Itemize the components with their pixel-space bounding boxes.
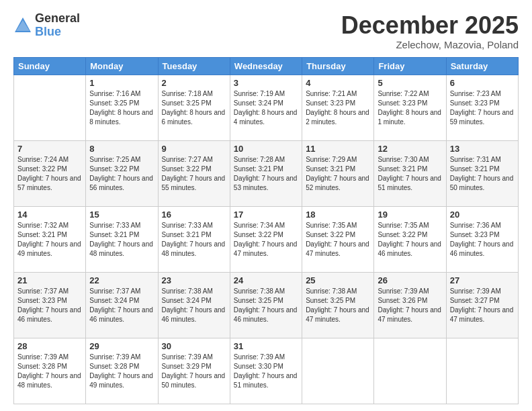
day-number: 26 xyxy=(378,275,442,285)
day-number: 28 xyxy=(17,341,82,351)
day-info: Sunrise: 7:37 AM Sunset: 3:24 PM Dayligh… xyxy=(89,287,154,324)
day-number: 10 xyxy=(234,144,298,154)
daylight-text: Daylight: 8 hours and 8 minutes. xyxy=(89,109,153,126)
logo-text: General Blue xyxy=(35,12,80,39)
day-number: 22 xyxy=(89,275,154,285)
day-info: Sunrise: 7:33 AM Sunset: 3:21 PM Dayligh… xyxy=(162,221,226,259)
header-thursday: Thursday xyxy=(302,57,374,75)
header-monday: Monday xyxy=(86,57,158,75)
day-info: Sunrise: 7:22 AM Sunset: 3:23 PM Dayligh… xyxy=(378,89,442,127)
day-number: 4 xyxy=(306,78,370,88)
day-number: 9 xyxy=(162,144,226,154)
table-row: 31 Sunrise: 7:39 AM Sunset: 3:30 PM Dayl… xyxy=(230,338,302,404)
day-number: 14 xyxy=(17,210,82,220)
daylight-text: Daylight: 7 hours and 56 minutes. xyxy=(89,175,153,191)
daylight-text: Daylight: 7 hours and 47 minutes. xyxy=(234,240,298,257)
title-section: December 2025 Zelechow, Mazovia, Poland xyxy=(341,12,519,50)
day-info: Sunrise: 7:38 AM Sunset: 3:25 PM Dayligh… xyxy=(234,287,298,324)
sunset-text: Sunset: 3:24 PM xyxy=(89,297,139,304)
sunrise-text: Sunrise: 7:18 AM xyxy=(162,90,213,97)
day-info: Sunrise: 7:34 AM Sunset: 3:22 PM Dayligh… xyxy=(234,221,298,259)
sunrise-text: Sunrise: 7:35 AM xyxy=(306,222,357,229)
sunset-text: Sunset: 3:25 PM xyxy=(306,297,355,304)
daylight-text: Daylight: 7 hours and 48 minutes. xyxy=(89,240,153,257)
day-number: 21 xyxy=(17,275,82,285)
day-info: Sunrise: 7:25 AM Sunset: 3:22 PM Dayligh… xyxy=(89,155,154,193)
day-info: Sunrise: 7:39 AM Sunset: 3:28 PM Dayligh… xyxy=(17,353,82,390)
table-row: 1 Sunrise: 7:16 AM Sunset: 3:25 PM Dayli… xyxy=(86,75,158,140)
month-title: December 2025 xyxy=(341,12,519,39)
sunrise-text: Sunrise: 7:35 AM xyxy=(378,222,429,229)
sunrise-text: Sunrise: 7:24 AM xyxy=(17,156,69,163)
daylight-text: Daylight: 7 hours and 51 minutes. xyxy=(378,175,441,191)
day-info: Sunrise: 7:23 AM Sunset: 3:23 PM Dayligh… xyxy=(450,89,515,127)
daylight-text: Daylight: 7 hours and 47 minutes. xyxy=(306,240,369,257)
calendar-week-row: 14 Sunrise: 7:32 AM Sunset: 3:21 PM Dayl… xyxy=(14,206,519,272)
sunset-text: Sunset: 3:21 PM xyxy=(162,231,212,238)
table-row: 23 Sunrise: 7:38 AM Sunset: 3:24 PM Dayl… xyxy=(158,272,230,338)
header: General Blue December 2025 Zelechow, Maz… xyxy=(13,12,519,50)
day-number: 20 xyxy=(450,210,515,220)
daylight-text: Daylight: 7 hours and 49 minutes. xyxy=(89,372,153,389)
daylight-text: Daylight: 7 hours and 49 minutes. xyxy=(17,240,81,257)
day-number: 18 xyxy=(306,210,370,220)
sunset-text: Sunset: 3:25 PM xyxy=(162,99,212,107)
sunrise-text: Sunrise: 7:38 AM xyxy=(234,287,285,295)
daylight-text: Daylight: 7 hours and 47 minutes. xyxy=(378,306,441,323)
daylight-text: Daylight: 7 hours and 48 minutes. xyxy=(162,240,226,257)
svg-marker-1 xyxy=(16,20,30,31)
sunset-text: Sunset: 3:22 PM xyxy=(17,165,67,173)
sunset-text: Sunset: 3:24 PM xyxy=(162,297,212,304)
sunrise-text: Sunrise: 7:36 AM xyxy=(450,222,501,229)
sunset-text: Sunset: 3:21 PM xyxy=(234,165,283,173)
table-row: 15 Sunrise: 7:33 AM Sunset: 3:21 PM Dayl… xyxy=(86,206,158,272)
sunrise-text: Sunrise: 7:28 AM xyxy=(234,156,285,163)
weekday-header-row: Sunday Monday Tuesday Wednesday Thursday… xyxy=(14,57,519,75)
sunrise-text: Sunrise: 7:39 AM xyxy=(378,287,429,295)
sunset-text: Sunset: 3:23 PM xyxy=(450,231,500,238)
sunset-text: Sunset: 3:23 PM xyxy=(378,99,427,107)
day-info: Sunrise: 7:33 AM Sunset: 3:21 PM Dayligh… xyxy=(89,221,154,259)
day-info: Sunrise: 7:35 AM Sunset: 3:22 PM Dayligh… xyxy=(378,221,442,259)
sunset-text: Sunset: 3:25 PM xyxy=(89,99,139,107)
daylight-text: Daylight: 7 hours and 57 minutes. xyxy=(17,175,81,191)
daylight-text: Daylight: 7 hours and 46 minutes. xyxy=(89,306,153,323)
day-number: 24 xyxy=(234,275,298,285)
day-number: 31 xyxy=(234,341,298,351)
calendar-week-row: 21 Sunrise: 7:37 AM Sunset: 3:23 PM Dayl… xyxy=(14,272,519,338)
sunrise-text: Sunrise: 7:33 AM xyxy=(162,222,213,229)
day-number: 1 xyxy=(89,78,154,88)
calendar-page: General Blue December 2025 Zelechow, Maz… xyxy=(0,0,532,411)
table-row: 14 Sunrise: 7:32 AM Sunset: 3:21 PM Dayl… xyxy=(14,206,86,272)
daylight-text: Daylight: 7 hours and 50 minutes. xyxy=(162,372,226,389)
sunset-text: Sunset: 3:21 PM xyxy=(89,231,139,238)
day-info: Sunrise: 7:39 AM Sunset: 3:26 PM Dayligh… xyxy=(378,287,442,324)
day-number: 12 xyxy=(378,144,442,154)
table-row: 13 Sunrise: 7:31 AM Sunset: 3:21 PM Dayl… xyxy=(446,140,518,206)
sunset-text: Sunset: 3:21 PM xyxy=(450,165,500,173)
table-row: 22 Sunrise: 7:37 AM Sunset: 3:24 PM Dayl… xyxy=(86,272,158,338)
sunrise-text: Sunrise: 7:37 AM xyxy=(17,287,69,295)
sunrise-text: Sunrise: 7:30 AM xyxy=(378,156,429,163)
day-number: 25 xyxy=(306,275,370,285)
day-number: 11 xyxy=(306,144,370,154)
table-row: 28 Sunrise: 7:39 AM Sunset: 3:28 PM Dayl… xyxy=(14,338,86,404)
daylight-text: Daylight: 7 hours and 46 minutes. xyxy=(162,306,226,323)
table-row: 6 Sunrise: 7:23 AM Sunset: 3:23 PM Dayli… xyxy=(446,75,518,140)
table-row: 18 Sunrise: 7:35 AM Sunset: 3:22 PM Dayl… xyxy=(302,206,374,272)
logo-general-text: General xyxy=(35,12,80,26)
sunset-text: Sunset: 3:30 PM xyxy=(234,363,283,370)
day-info: Sunrise: 7:36 AM Sunset: 3:23 PM Dayligh… xyxy=(450,221,515,259)
daylight-text: Daylight: 7 hours and 53 minutes. xyxy=(234,175,298,191)
sunrise-text: Sunrise: 7:16 AM xyxy=(89,90,140,97)
header-sunday: Sunday xyxy=(14,57,86,75)
table-row: 7 Sunrise: 7:24 AM Sunset: 3:22 PM Dayli… xyxy=(14,140,86,206)
day-number: 30 xyxy=(162,341,226,351)
table-row: 26 Sunrise: 7:39 AM Sunset: 3:26 PM Dayl… xyxy=(374,272,446,338)
logo-icon xyxy=(13,16,32,35)
table-row: 30 Sunrise: 7:39 AM Sunset: 3:29 PM Dayl… xyxy=(158,338,230,404)
sunrise-text: Sunrise: 7:39 AM xyxy=(162,353,213,361)
day-info: Sunrise: 7:16 AM Sunset: 3:25 PM Dayligh… xyxy=(89,89,154,127)
day-info: Sunrise: 7:31 AM Sunset: 3:21 PM Dayligh… xyxy=(450,155,515,193)
day-info: Sunrise: 7:35 AM Sunset: 3:22 PM Dayligh… xyxy=(306,221,370,259)
